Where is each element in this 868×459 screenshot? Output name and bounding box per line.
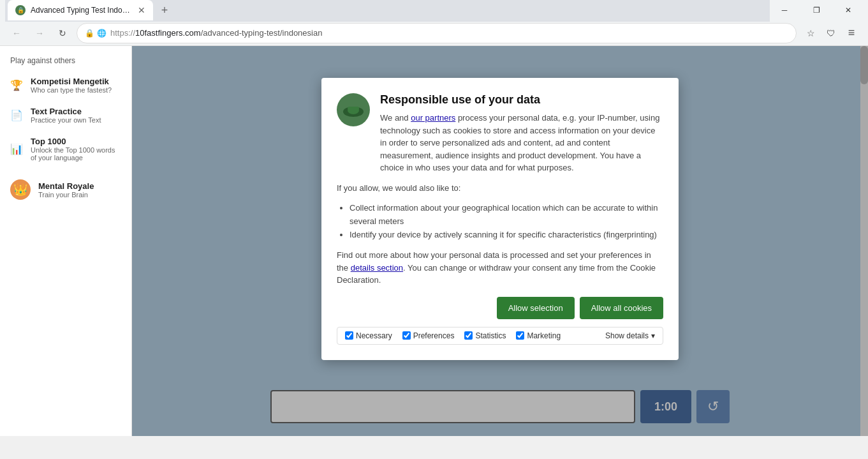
top-1000-icon: 📊 (10, 143, 23, 156)
active-tab[interactable]: 🔒 Advanced Typing Test Indonesi... ✕ (8, 0, 153, 20)
kompetisi-icon: 🏆 (10, 79, 23, 92)
cookie-logo-image (337, 93, 370, 126)
url-bar[interactable]: 🔒 🌐 https://10fastfingers.com/advanced-t… (77, 23, 797, 43)
cookie-title: Responsible use of your data (380, 93, 663, 107)
sidebar-item-kompetisi-mengetik[interactable]: 🏆 Kompetisi Mengetik Who can type the fa… (0, 70, 131, 100)
checkbox-statistics-label: Statistics (475, 331, 506, 340)
menu-button[interactable]: ≡ (842, 24, 860, 42)
checkbox-statistics-input[interactable] (464, 331, 473, 340)
url-domain: 10fastfingers.com (135, 28, 201, 38)
cookie-list-item-1: Collect information about your geographi… (349, 202, 663, 229)
address-bar: ← → ↻ 🔒 🌐 https://10fastfingers.com/adva… (0, 20, 868, 46)
mental-royale-subtitle: Train your Brain (38, 191, 94, 199)
cookie-modal-title-block: Responsible use of your data We and our … (380, 93, 663, 174)
forward-button[interactable]: → (31, 24, 48, 42)
checkbox-preferences[interactable]: Preferences (402, 331, 455, 340)
mental-royale-title: Mental Royale (38, 181, 94, 191)
our-partners-link[interactable]: our partners (411, 113, 455, 123)
tab-bar: 🔒 Advanced Typing Test Indonesi... ✕ + (5, 0, 770, 22)
security-icon: 🔒 (85, 29, 94, 38)
sidebar-item-mental-royale[interactable]: 👑 Mental Royale Train your Brain (0, 173, 131, 206)
kompetisi-title: Kompetisi Mengetik (31, 77, 112, 86)
show-details-label: Show details (605, 331, 649, 340)
window-controls: ─ ❐ ✕ (770, 0, 863, 20)
cookie-buttons: Allow selection Allow all cookies (337, 297, 663, 319)
url-text: https://10fastfingers.com/advanced-typin… (110, 28, 788, 38)
show-details-arrow: ▾ (651, 331, 655, 340)
close-button[interactable]: ✕ (834, 0, 863, 20)
cookie-list-item-2: Identify your device by actively scannin… (349, 229, 663, 242)
new-tab-button[interactable]: + (156, 1, 173, 19)
checkbox-marketing-input[interactable] (516, 331, 524, 340)
address-bar-actions: ☆ 🛡 ≡ (802, 24, 860, 42)
sidebar-item-text-practice-text: Text Practice Practice your own Text (31, 107, 101, 124)
text-practice-icon: 📄 (10, 109, 23, 122)
sidebar-item-top-1000-text: Top 1000 Unlock the Top 1000 words of yo… (31, 137, 121, 162)
mental-royale-avatar: 👑 (10, 179, 31, 200)
cookie-bottom-text: Find out more about how your personal da… (337, 249, 663, 287)
text-practice-subtitle: Practice your own Text (31, 116, 101, 124)
bookmark-button[interactable]: ☆ (802, 24, 820, 42)
checkbox-preferences-input[interactable] (402, 331, 411, 340)
url-path: /advanced-typing-test/indonesian (201, 28, 323, 38)
cookie-logo-svg (341, 98, 365, 122)
content-area: Responsible use of your data We and our … (132, 46, 868, 436)
cookie-list: Collect information about your geographi… (349, 202, 663, 241)
minimize-button[interactable]: ─ (770, 0, 799, 20)
tab-close-button[interactable]: ✕ (138, 5, 145, 15)
show-details-button[interactable]: Show details ▾ (605, 331, 655, 340)
checkbox-preferences-label: Preferences (413, 331, 455, 340)
text-practice-title: Text Practice (31, 107, 101, 116)
sidebar-item-text-practice[interactable]: 📄 Text Practice Practice your own Text (0, 100, 131, 130)
sidebar-item-top-1000[interactable]: 📊 Top 1000 Unlock the Top 1000 words of … (0, 130, 131, 168)
sidebar-item-play-against[interactable]: Play against others (0, 51, 131, 70)
details-section-link[interactable]: details section (351, 263, 403, 273)
cookie-checkboxes: Necessary Preferences Statistics Marketi… (337, 327, 663, 345)
checkbox-marketing-label: Marketing (527, 331, 561, 340)
tab-title: Advanced Typing Test Indonesi... (31, 6, 133, 15)
main-layout: Play against others 🏆 Kompetisi Mengetik… (0, 46, 868, 436)
kompetisi-subtitle: Who can type the fastest? (31, 86, 112, 94)
top-1000-subtitle: Unlock the Top 1000 words of your langua… (31, 146, 121, 162)
sidebar-item-mental-royale-text: Mental Royale Train your Brain (38, 181, 94, 199)
sidebar: Play against others 🏆 Kompetisi Mengetik… (0, 46, 132, 436)
checkbox-marketing[interactable]: Marketing (516, 331, 561, 340)
checkbox-necessary[interactable]: Necessary (345, 331, 392, 340)
url-security-icons: 🔒 🌐 (85, 29, 107, 38)
allow-selection-button[interactable]: Allow selection (497, 297, 575, 319)
sidebar-section: Play against others 🏆 Kompetisi Mengetik… (0, 46, 131, 211)
checkbox-necessary-input[interactable] (345, 331, 353, 340)
back-button[interactable]: ← (8, 24, 26, 42)
favicon-small: 🌐 (97, 29, 107, 38)
shield-button[interactable]: 🛡 (822, 24, 840, 42)
allow-all-cookies-button[interactable]: Allow all cookies (580, 297, 663, 319)
title-bar: 🔒 Advanced Typing Test Indonesi... ✕ + ─… (0, 0, 868, 20)
cookie-if-you-allow: If you allow, we would also like to: (337, 182, 663, 195)
checkbox-necessary-label: Necessary (356, 331, 392, 340)
sidebar-item-kompetisi-text: Kompetisi Mengetik Who can type the fast… (31, 77, 112, 94)
svg-rect-2 (348, 107, 359, 110)
cookie-modal-header: Responsible use of your data We and our … (337, 93, 663, 174)
tab-favicon: 🔒 (15, 5, 26, 15)
top-1000-title: Top 1000 (31, 137, 121, 146)
url-protocol: https:// (110, 28, 135, 38)
checkbox-statistics[interactable]: Statistics (464, 331, 506, 340)
restore-button[interactable]: ❐ (802, 0, 831, 20)
reload-button[interactable]: ↻ (54, 24, 71, 42)
cookie-modal: Responsible use of your data We and our … (321, 78, 679, 360)
cookie-description: We and our partners process your persona… (380, 112, 663, 174)
